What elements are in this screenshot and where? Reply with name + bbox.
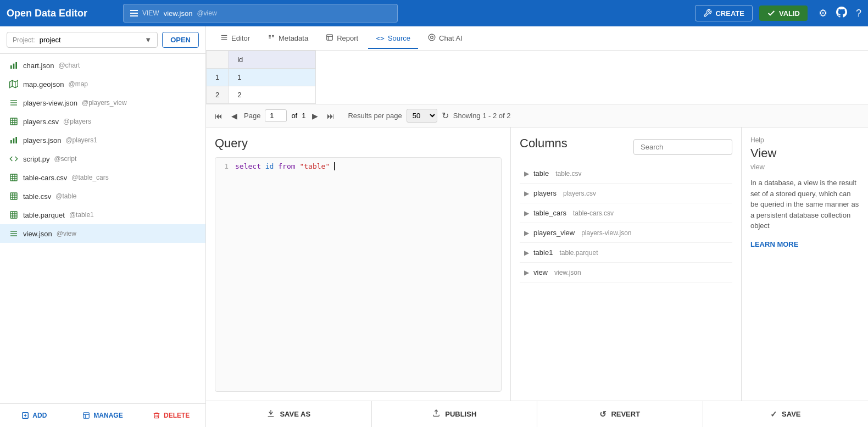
prev-page-button[interactable]: ◀ [229, 110, 240, 121]
sidebar-item-script.py[interactable]: script.py @script [0, 149, 205, 168]
manage-button[interactable]: MANAGE [69, 404, 137, 427]
content: Editor Metadata Report <> Source [206, 26, 868, 427]
first-page-button[interactable]: ⏮ [213, 110, 225, 121]
item-tag: @players [63, 118, 91, 125]
revert-button[interactable]: ↺ REVERT [537, 401, 703, 427]
app-title: Open Data Editor [7, 8, 116, 19]
tab-report[interactable]: Report [318, 28, 366, 49]
cell-id: 2 [229, 86, 316, 104]
sidebar-item-table-cars.csv[interactable]: table-cars.csv @table_cars [0, 168, 205, 187]
sidebar-header: Project: project ▼ OPEN [0, 26, 205, 54]
svg-point-53 [431, 36, 433, 38]
metadata-tab-label: Metadata [279, 34, 308, 42]
file-tag: @view [197, 9, 216, 17]
item-name: players-view.json [23, 99, 77, 107]
svg-rect-2 [15, 62, 17, 69]
help-section-label: Help [750, 136, 859, 144]
view-label: VIEW [142, 9, 159, 17]
save-as-label: SAVE AS [280, 410, 310, 418]
of-label: of [291, 112, 297, 120]
chevron-icon: ▶ [524, 269, 529, 276]
delete-button[interactable]: DELETE [137, 404, 205, 427]
refresh-button[interactable]: ↻ [442, 110, 449, 121]
sidebar-item-players-view.json[interactable]: players-view.json @players_view [0, 93, 205, 112]
save-icon: ✓ [770, 409, 777, 419]
dropdown-arrow-icon: ▼ [144, 36, 152, 44]
sidebar-item-table.parquet[interactable]: table.parquet @table1 [0, 206, 205, 224]
sidebar-item-map.geojson[interactable]: map.geojson @map [0, 75, 205, 93]
svg-rect-15 [13, 138, 15, 143]
sidebar-item-table.csv[interactable]: table.csv @table [0, 187, 205, 206]
grid-icon [9, 191, 19, 201]
action-bar: SAVE AS PUBLISH ↺ REVERT ✓ SAVE [206, 401, 868, 427]
next-page-button[interactable]: ▶ [310, 110, 320, 121]
add-button[interactable]: ADD [0, 404, 69, 427]
add-label: ADD [32, 412, 47, 419]
learn-more-link[interactable]: LEARN MORE [750, 240, 798, 248]
column-item-players_view[interactable]: ▶ players_view players-view.json [520, 223, 732, 243]
table-row[interactable]: 2 2 [207, 86, 316, 104]
project-value: project [40, 36, 61, 44]
tab-editor[interactable]: Editor [213, 28, 258, 49]
col-source: table.csv [555, 170, 581, 178]
tab-metadata[interactable]: Metadata [260, 28, 316, 49]
item-tag: @map [68, 80, 88, 88]
save-as-button[interactable]: SAVE AS [206, 401, 372, 427]
tab-source[interactable]: <> Source [368, 29, 418, 49]
column-item-table[interactable]: ▶ table table.csv [520, 164, 732, 184]
sidebar-item-chart.json[interactable]: chart.json @chart [0, 56, 205, 75]
chatai-tab-icon [428, 34, 436, 43]
column-item-players[interactable]: ▶ players players.csv [520, 184, 732, 203]
sidebar: Project: project ▼ OPEN chart.json @char… [0, 26, 206, 427]
item-name: players.csv [23, 118, 59, 126]
query-title: Query [215, 136, 502, 151]
publish-button[interactable]: PUBLISH [372, 401, 538, 427]
column-item-table1[interactable]: ▶ table1 table.parquet [520, 243, 732, 263]
create-button[interactable]: CREATE [695, 5, 752, 21]
col-header-id: id [229, 51, 316, 69]
help-icon[interactable]: ? [856, 8, 861, 19]
item-name: map.geojson [23, 80, 64, 88]
query-panel: Query 1 select id from "table" [206, 127, 511, 401]
item-tag: @players_view [82, 99, 127, 107]
column-item-table_cars[interactable]: ▶ table_cars table-cars.csv [520, 203, 732, 223]
source-tab-label: Source [388, 34, 410, 42]
lines-icon [9, 98, 19, 108]
project-select[interactable]: Project: project ▼ [7, 32, 158, 48]
results-per-page-select[interactable]: 50 100 200 [407, 109, 437, 123]
columns-search-input[interactable] [633, 139, 732, 155]
column-item-view[interactable]: ▶ view view.json [520, 263, 732, 282]
file-name: view.json [164, 9, 193, 18]
open-button[interactable]: OPEN [162, 32, 199, 48]
manage-icon [82, 412, 90, 419]
github-icon[interactable] [836, 7, 847, 20]
tab-chatai[interactable]: Chat AI [420, 28, 470, 49]
revert-icon: ↺ [599, 409, 607, 419]
data-table: id 1 1 2 2 [206, 51, 316, 104]
help-title: View [750, 146, 859, 160]
delete-icon [153, 412, 160, 419]
settings-icon[interactable]: ⚙ [819, 7, 827, 19]
svg-point-52 [429, 34, 435, 41]
metadata-tab-icon [268, 34, 275, 43]
chart-icon [9, 60, 19, 70]
columns-list: ▶ table table.csv ▶ players players.csv … [520, 164, 732, 392]
svg-rect-1 [13, 64, 15, 69]
col-source: view.json [554, 269, 581, 276]
item-name: view.json [23, 230, 52, 238]
code-editor[interactable]: 1 select id from "table" [215, 157, 502, 392]
sidebar-item-players.json[interactable]: players.json @players1 [0, 131, 205, 149]
sidebar-item-players.csv[interactable]: players.csv @players [0, 112, 205, 131]
page-input[interactable] [265, 109, 287, 122]
file-tab[interactable]: VIEW view.json @view [123, 4, 398, 23]
table-row[interactable]: 1 1 [207, 69, 316, 86]
valid-button[interactable]: VALID [759, 5, 808, 21]
chart-icon [9, 135, 19, 145]
main-layout: Project: project ▼ OPEN chart.json @char… [0, 26, 868, 427]
grid-icon [9, 173, 19, 182]
sidebar-item-view.json[interactable]: view.json @view [0, 224, 205, 243]
help-body: In a database, a view is the result set … [750, 178, 859, 231]
last-page-button[interactable]: ⏭ [325, 110, 337, 121]
save-button[interactable]: ✓ SAVE [703, 401, 869, 427]
chevron-icon: ▶ [524, 249, 529, 257]
